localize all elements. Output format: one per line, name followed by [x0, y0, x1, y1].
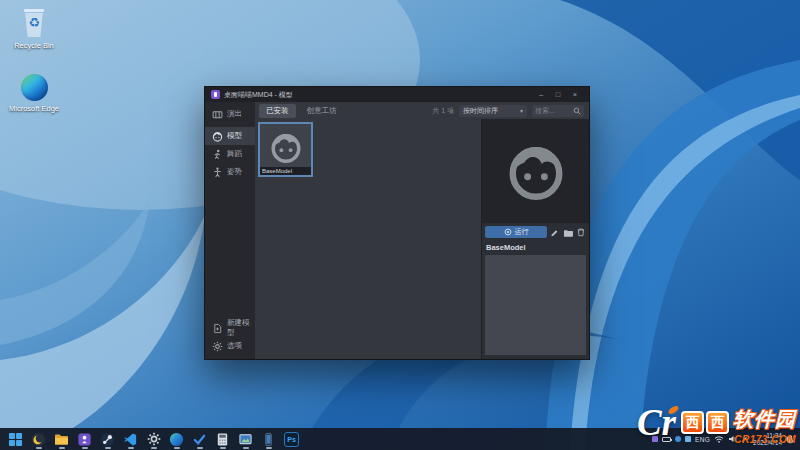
watermark-main: 软件园 CR173.COM	[733, 406, 796, 439]
desktop-icon-label: Recycle Bin	[14, 41, 54, 50]
desktop-icon-label: Microsoft Edge	[9, 104, 59, 113]
tab-workshop[interactable]: 创意工坊	[300, 104, 344, 118]
phone-icon	[261, 432, 276, 447]
content-row: BaseModel 运行	[255, 119, 589, 359]
delete-button[interactable]	[575, 226, 586, 238]
window-controls: – □ ×	[534, 90, 582, 99]
stage-icon	[212, 109, 223, 120]
sidebar-footer: 新建模型 选项	[205, 319, 255, 359]
app-window: 桌面喵喵MMD4 - 模型 – □ × 演出 模型	[204, 86, 590, 360]
run-button-label: 运行	[515, 227, 529, 237]
sidebar-item-dances[interactable]: 舞蹈	[205, 145, 255, 163]
sidebar-item-label: 姿势	[227, 167, 242, 177]
watermark-site-url: CR173.COM	[734, 434, 796, 445]
open-folder-button[interactable]	[562, 226, 573, 238]
taskbar-app-file-explorer[interactable]	[53, 429, 70, 449]
photoshop-icon-label: Ps	[287, 436, 296, 443]
gear-icon	[147, 432, 161, 446]
calculator-icon	[215, 432, 230, 447]
sidebar-item-label: 模型	[227, 131, 242, 141]
titlebar[interactable]: 桌面喵喵MMD4 - 模型 – □ ×	[205, 87, 589, 102]
edge-icon	[21, 74, 48, 101]
detail-panel: 运行	[481, 119, 589, 359]
detail-title: BaseModel	[486, 243, 585, 252]
photoshop-icon: Ps	[284, 432, 299, 447]
folder-icon	[563, 228, 573, 237]
tab-installed[interactable]: 已安装	[259, 104, 296, 118]
detail-actions: 运行	[485, 226, 586, 238]
face-icon	[505, 140, 567, 202]
window-title: 桌面喵喵MMD4 - 模型	[224, 90, 293, 100]
face-icon	[269, 130, 303, 164]
main-area: 已安装 创意工坊 共 1 项 按时间排序 ▾	[255, 102, 589, 359]
target-icon	[504, 228, 512, 236]
toolbar-right: 共 1 项 按时间排序 ▾	[432, 105, 584, 117]
sidebar-item-stage[interactable]: 演出	[205, 105, 255, 123]
minimize-button[interactable]: –	[534, 90, 548, 99]
watermark-logo: Cr	[637, 408, 676, 438]
photos-icon	[238, 432, 253, 446]
taskbar-app-edge[interactable]	[168, 429, 185, 449]
taskbar-app-check[interactable]	[191, 429, 208, 449]
sidebar-item-label: 新建模型	[227, 318, 255, 338]
sort-dropdown-value: 按时间排序	[463, 106, 498, 116]
sidebar-item-models[interactable]: 模型	[205, 127, 255, 145]
recycle-symbol-icon: ♻	[21, 16, 47, 29]
model-preview	[482, 119, 589, 223]
search-input[interactable]	[535, 107, 571, 114]
model-grid: BaseModel	[255, 119, 481, 359]
sidebar-item-label: 舞蹈	[227, 149, 242, 159]
new-model-icon	[212, 323, 223, 334]
recycle-bin-icon: ♻	[21, 8, 47, 38]
run-button[interactable]: 运行	[485, 226, 547, 238]
model-card-title: BaseModel	[260, 167, 311, 175]
close-button[interactable]: ×	[568, 90, 582, 99]
watermark-block: 西	[681, 411, 704, 434]
moon-app-icon	[31, 432, 46, 447]
checkmark-icon	[192, 432, 207, 447]
item-count: 共 1 项	[432, 106, 454, 116]
taskbar-app-photos[interactable]	[237, 429, 254, 449]
pencil-icon	[550, 228, 559, 237]
windows-start-icon	[8, 432, 23, 447]
sidebar-item-label: 选项	[227, 341, 242, 351]
taskbar-app-phone-link[interactable]	[260, 429, 277, 449]
sidebar: 演出 模型 舞蹈 姿势	[205, 102, 255, 359]
dancer-icon	[212, 149, 223, 160]
edge-icon	[169, 432, 184, 447]
vscode-icon	[123, 432, 138, 447]
sidebar-item-new-model[interactable]: 新建模型	[205, 319, 255, 337]
edit-button[interactable]	[549, 226, 560, 238]
app-window-icon	[211, 90, 220, 99]
desktop-icon-recycle-bin[interactable]: ♻ Recycle Bin	[6, 8, 62, 50]
detail-description	[485, 255, 586, 355]
face-icon	[212, 131, 223, 142]
taskbar-app-mmd[interactable]	[76, 429, 93, 449]
trash-icon	[576, 227, 585, 237]
taskbar-app-vscode[interactable]	[122, 429, 139, 449]
chevron-down-icon: ▾	[520, 107, 523, 114]
watermark-name: 软件园	[733, 408, 796, 430]
pose-icon	[212, 167, 223, 178]
model-card-basemodel[interactable]: BaseModel	[258, 122, 313, 177]
taskbar-app-steam[interactable]	[99, 429, 116, 449]
window-body: 演出 模型 舞蹈 姿势	[205, 102, 589, 359]
taskbar-app-moon[interactable]	[30, 429, 47, 449]
steam-icon	[100, 432, 115, 447]
desktop-icon-edge[interactable]: Microsoft Edge	[6, 74, 62, 113]
start-button[interactable]	[7, 429, 24, 449]
taskbar-app-settings[interactable]	[145, 429, 162, 449]
recycle-bin-lid	[24, 9, 44, 12]
taskbar-app-calculator[interactable]	[214, 429, 231, 449]
taskbar-app-photoshop[interactable]: Ps	[283, 429, 300, 449]
search-box[interactable]	[532, 105, 584, 117]
desktop: { "desktop": { "icons": [ { "label": "Re…	[0, 0, 800, 450]
maximize-button[interactable]: □	[551, 90, 565, 99]
sort-dropdown[interactable]: 按时间排序 ▾	[459, 105, 527, 117]
sidebar-item-poses[interactable]: 姿势	[205, 163, 255, 181]
sidebar-item-options[interactable]: 选项	[205, 337, 255, 355]
file-explorer-icon	[54, 433, 69, 446]
site-watermark: Cr 西 西 软件园 CR173.COM	[637, 406, 796, 439]
mmd-app-icon	[77, 432, 92, 447]
toolbar: 已安装 创意工坊 共 1 项 按时间排序 ▾	[255, 102, 589, 119]
